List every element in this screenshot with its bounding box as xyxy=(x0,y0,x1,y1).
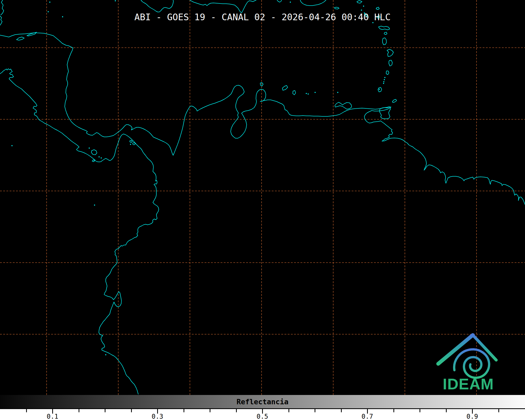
colorbar-minor-tick xyxy=(498,409,499,412)
map-title: ABI - GOES 19 - CANAL 02 - 2026-04-26 00… xyxy=(0,12,525,22)
islet-dot xyxy=(363,6,364,7)
island-curacao xyxy=(282,85,288,90)
island-vieques xyxy=(334,7,339,9)
ideam-logo-text: IDEAM xyxy=(443,375,494,393)
coastline-hispaniola-south-coast xyxy=(190,0,256,13)
island-bay-island-guanaja xyxy=(27,32,36,36)
islet-dot xyxy=(49,2,50,3)
island-guadeloupe xyxy=(379,26,390,30)
islet-dot xyxy=(379,89,380,90)
island-barbuda xyxy=(376,7,379,10)
island-bay-island-roatan xyxy=(17,37,24,40)
islet-dot xyxy=(384,79,385,80)
coastline-jamaica-south-coast xyxy=(141,0,173,12)
colorbar-label: Reflectancia xyxy=(0,398,525,406)
colorbar-axis: 0.10.30.50.70.9 xyxy=(0,409,525,420)
islet-dot xyxy=(306,93,307,94)
colorbar-minor-tick xyxy=(341,409,342,412)
islet-dot xyxy=(89,148,90,149)
island-dominica xyxy=(382,38,386,45)
island-st-croix xyxy=(357,1,362,3)
ideam-logo: IDEAM xyxy=(430,330,510,394)
island-martinique xyxy=(387,49,393,56)
islet-dot xyxy=(337,92,338,93)
colorbar-minor-tick xyxy=(184,409,184,412)
colorbar-minor-tick xyxy=(210,409,210,412)
colorbar-tick-label: 0.1 xyxy=(47,413,58,420)
islet-dot xyxy=(11,145,13,146)
colorbar-minor-tick xyxy=(315,409,315,412)
islet-dot xyxy=(308,93,309,95)
colorbar-tick-label: 0.9 xyxy=(466,413,478,420)
coastline-puerto-rico-south-coast xyxy=(300,0,326,6)
islet-dot xyxy=(105,354,106,355)
island-margarita xyxy=(335,102,352,109)
islet-dot xyxy=(290,2,291,3)
island-marie-galante xyxy=(384,32,387,35)
island-pearl-island-b xyxy=(133,142,135,145)
colorbar-minor-tick xyxy=(393,409,394,412)
islet-dot xyxy=(115,0,116,1)
satellite-map: ABI - GOES 19 - CANAL 02 - 2026-04-26 00… xyxy=(0,0,525,395)
islet-dot xyxy=(315,92,316,93)
coastline-honduras-nicaragua-panama-caribbean xyxy=(0,33,173,155)
island-pearl-island-a xyxy=(130,140,132,142)
reflectance-colorbar: Reflectancia xyxy=(0,395,525,409)
islet-dot xyxy=(101,157,102,158)
island-tobago xyxy=(392,99,397,103)
islet-dot xyxy=(361,10,362,11)
colorbar-minor-tick xyxy=(420,409,420,412)
islet-dot xyxy=(130,144,131,145)
coastline-pacific-coast-fonseca-to-ecuador xyxy=(0,69,159,394)
colorbar-tick-label: 0.7 xyxy=(361,413,373,420)
colorbar-minor-tick xyxy=(131,409,132,412)
colorbar-minor-tick xyxy=(288,409,289,412)
coastline-paria-orinoco-guianas xyxy=(364,107,525,205)
colorbar-minor-tick xyxy=(446,409,447,412)
island-grenada xyxy=(378,87,382,92)
colorbar-tick-label: 0.5 xyxy=(257,413,268,420)
coastline-puerto-rico-west-bit xyxy=(277,0,282,2)
colorbar-minor-tick xyxy=(79,409,79,412)
colorbar-minor-tick xyxy=(105,409,105,412)
island-st-lucia xyxy=(389,60,392,66)
islet-dot xyxy=(94,205,95,206)
colorbar-minor-tick xyxy=(236,409,237,412)
colorbar-minor-tick xyxy=(26,409,27,412)
satellite-viewer: ABI - GOES 19 - CANAL 02 - 2026-04-26 00… xyxy=(0,0,525,420)
island-st-vincent xyxy=(386,71,389,75)
colorbar-tick-label: 0.3 xyxy=(152,413,163,420)
islet-dot xyxy=(383,83,384,84)
island-bonaire xyxy=(293,91,296,95)
islet-dot xyxy=(383,81,384,82)
island-coiba xyxy=(91,150,97,155)
coastline-colombia-venezuela-caribbean xyxy=(173,85,391,155)
islet-dot xyxy=(384,77,385,78)
islet-dot xyxy=(99,156,100,157)
ideam-logo-mark xyxy=(438,335,496,378)
